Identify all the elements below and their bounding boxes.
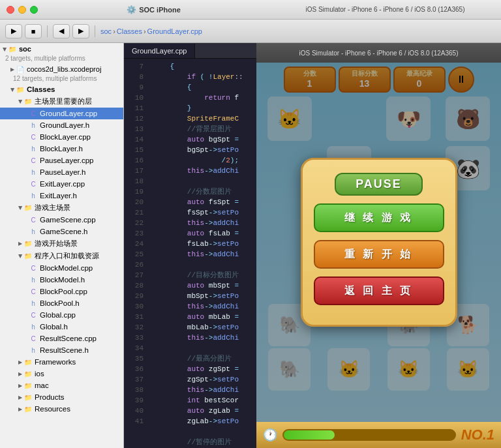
file-label: BlockModel.h [40, 276, 85, 284]
triangle-classes[interactable]: ▶ [10, 87, 16, 91]
sidebar-item-global-cpp[interactable]: C Global.cpp [0, 309, 123, 321]
tab-groundlayer[interactable]: GroundLayer.cpp [124, 44, 195, 58]
file-label: PauseLayer.cpp [40, 157, 93, 164]
sidebar-item-pauselayer-cpp[interactable]: C PauseLayer.cpp [0, 155, 123, 166]
sidebar-item-global-h[interactable]: h Global.h [0, 321, 123, 333]
file-label: ExitLayer.cpp [40, 180, 85, 188]
sidebar-item-blocklayer-cpp[interactable]: C BlockLayer.cpp [0, 131, 123, 143]
sidebar-item-exitlayer-h[interactable]: h ExitLayer.h [0, 190, 123, 202]
file-label: BlockLayer.cpp [40, 133, 91, 141]
back-button[interactable]: ◀ [53, 24, 70, 38]
cpp-icon-9: C [29, 334, 38, 343]
stop-button[interactable]: ■ [25, 24, 42, 38]
file-label: ResultScene.cpp [40, 335, 97, 342]
triangle-resources[interactable]: ▶ [18, 406, 22, 412]
folder-icon-5: 📁 [23, 357, 33, 366]
file-label: BlockPool.cpp [40, 288, 87, 295]
triangle-res[interactable]: ▶ [18, 254, 23, 258]
sidebar-item-resources[interactable]: ▶ 📁 Resources [0, 403, 123, 415]
sidebar-item-resultscene-h[interactable]: h ResultScene.h [0, 344, 123, 356]
classes-label: Classes [27, 85, 55, 93]
line-numbers: 7891011 1213141516 1718192021 2223242526… [124, 59, 147, 448]
sidebar: ▶ 📁 soc 2 targets, multiple platforms ▶ … [0, 43, 124, 448]
frameworks-label: Frameworks [35, 358, 76, 366]
resources-label: Resources [35, 405, 70, 413]
sidebar-item-frameworks[interactable]: ▶ 📁 Frameworks [0, 356, 123, 368]
folder-icon-4: 📁 [23, 252, 33, 261]
progress-container [282, 429, 456, 441]
breadcrumb-soc[interactable]: soc [100, 27, 112, 35]
close-button[interactable] [7, 6, 14, 14]
simulator-bottom: 🕐 NO.1 [256, 422, 501, 448]
file-label: GameScene.h [40, 228, 88, 235]
sidebar-item-products[interactable]: ▶ 📁 Products [0, 391, 123, 403]
h-icon-8: h [29, 322, 38, 331]
code-editor: GroundLayer.cpp 7891011 1213141516 17181… [124, 43, 256, 448]
sidebar-item-res-group[interactable]: ▶ 📁 程序入口和加载资源 [0, 250, 123, 262]
triangle-soc[interactable]: ▶ [2, 47, 8, 51]
gamescene-group-label: 游戏主场景 [35, 203, 70, 213]
triangle-layer[interactable]: ▶ [18, 100, 23, 104]
sidebar-item-gamescene-h[interactable]: h GameScene.h [0, 226, 123, 237]
sidebar-item-blockmodel-h[interactable]: h BlockModel.h [0, 274, 123, 286]
folder-icon-7: 📁 [23, 381, 33, 390]
restart-button[interactable]: 重 新 开 始 [314, 240, 444, 269]
triangle-gamescene[interactable]: ▶ [18, 206, 23, 210]
continue-button[interactable]: 继 续 游 戏 [314, 203, 444, 232]
code-content-area[interactable]: 7891011 1213141516 1718192021 2223242526… [124, 59, 256, 448]
run-button[interactable]: ▶ [5, 24, 22, 38]
triangle-mac[interactable]: ▶ [18, 383, 22, 389]
home-button[interactable]: 返 回 主 页 [314, 276, 444, 305]
pause-panel: PAUSE 继 续 游 戏 重 新 开 始 返 回 主 页 [301, 158, 457, 327]
sidebar-item-startscene-group[interactable]: ▶ 📁 游戏开始场景 [0, 237, 123, 250]
triangle-ios[interactable]: ▶ [18, 371, 22, 377]
toolbar: ▶ ■ ◀ ▶ soc › Classes › GroundLayer.cpp [0, 20, 501, 43]
sidebar-item-blockpool-h[interactable]: h BlockPool.h [0, 297, 123, 309]
soc-subtitle: 2 targets, multiple platforms [0, 55, 123, 63]
file-label: BlockLayer.h [40, 145, 83, 153]
sidebar-item-exitlayer-cpp[interactable]: C ExitLayer.cpp [0, 178, 123, 190]
sidebar-item-gamescene-cpp[interactable]: C GameScene.cpp [0, 214, 123, 226]
triangle-frameworks[interactable]: ▶ [18, 359, 22, 365]
breadcrumb-classes[interactable]: Classes [117, 27, 142, 35]
h-icon: h [29, 121, 38, 130]
products-label: Products [35, 393, 64, 401]
file-label: PauseLayer.h [40, 168, 85, 176]
breadcrumb-file[interactable]: GroundLayer.cpp [147, 27, 202, 35]
simulator: iOS Simulator - iPhone 6 - iPhone 6 / iO… [256, 43, 501, 448]
forward-button[interactable]: ▶ [72, 24, 89, 38]
file-label: GroundLayer.h [40, 121, 89, 129]
triangle-startscene[interactable]: ▶ [18, 241, 22, 246]
sidebar-item-classes[interactable]: ▶ 📁 Classes [0, 83, 123, 95]
sidebar-item-pauselayer-h[interactable]: h PauseLayer.h [0, 166, 123, 178]
triangle-products[interactable]: ▶ [18, 395, 22, 400]
sidebar-item-soc[interactable]: ▶ 📁 soc [0, 43, 123, 55]
sidebar-item-layer-group[interactable]: ▶ 📁 主场景里需要的层 [0, 95, 123, 108]
sidebar-item-resultscene-cpp[interactable]: C ResultScene.cpp [0, 333, 123, 344]
cpp-icon-8: C [29, 310, 38, 320]
sidebar-item-ios[interactable]: ▶ 📁 ios [0, 368, 123, 380]
sidebar-item-gamescene-group[interactable]: ▶ 📁 游戏主场景 [0, 202, 123, 214]
toolbar-separator [47, 25, 48, 37]
cpp-icon-5: C [29, 215, 38, 224]
cocos-label: cocos2d_libs.xcodeproj [27, 65, 101, 73]
sidebar-item-groundlayer-h[interactable]: h GroundLayer.h [0, 119, 123, 131]
sidebar-item-blockpool-cpp[interactable]: C BlockPool.cpp [0, 286, 123, 297]
code-text[interactable]: { if ( !Layer:: { return f } SpriteFrame… [147, 59, 256, 448]
soc-label: soc [19, 45, 31, 53]
sidebar-item-blocklayer-h[interactable]: h BlockLayer.h [0, 143, 123, 155]
sidebar-item-blockmodel-cpp[interactable]: C BlockModel.cpp [0, 262, 123, 274]
sidebar-item-groundlayer-cpp[interactable]: C GroundLayer.cpp [0, 108, 123, 119]
minimize-button[interactable] [18, 6, 26, 14]
cpp-icon-7: C [29, 287, 38, 296]
file-label: ExitLayer.h [40, 192, 77, 200]
sidebar-item-mac[interactable]: ▶ 📁 mac [0, 380, 123, 391]
maximize-button[interactable] [30, 6, 38, 14]
triangle-cocos[interactable]: ▶ [10, 67, 14, 72]
no1-badge: NO.1 [461, 426, 494, 443]
sidebar-item-cocos[interactable]: ▶ 📄 cocos2d_libs.xcodeproj [0, 63, 123, 75]
pause-overlay: PAUSE 继 续 游 戏 重 新 开 始 返 回 主 页 [256, 63, 501, 422]
file-label: Global.h [40, 323, 68, 331]
cocos-subtitle: 12 targets, multiple platforms [0, 75, 123, 83]
folder-icon-8: 📁 [23, 393, 33, 402]
